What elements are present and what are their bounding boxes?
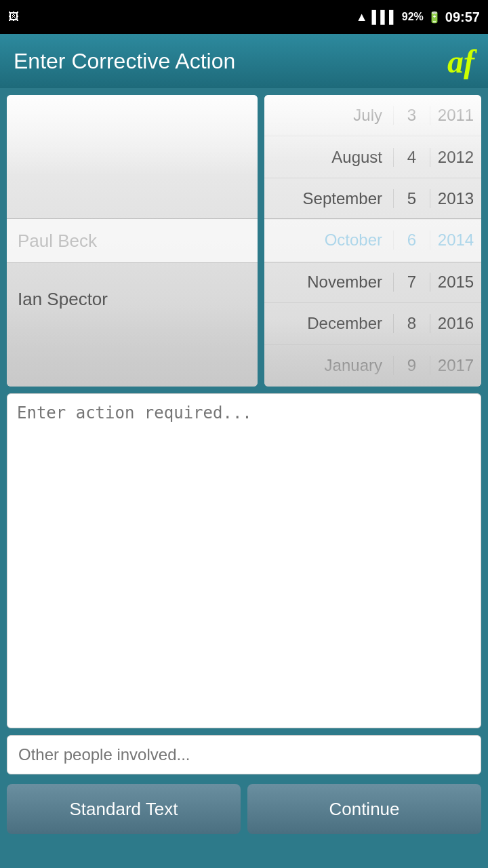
battery-level: 92% (402, 11, 424, 23)
image-icon: 🖼 (8, 11, 19, 23)
picker-row: Paul Beck Ian Spector July32011August420… (7, 95, 481, 387)
date-picker[interactable]: July32011August42012September52013Octobe… (264, 95, 481, 387)
date-day-6: 9 (393, 356, 430, 375)
main-content: Paul Beck Ian Spector July32011August420… (0, 88, 488, 841)
person-picker[interactable]: Paul Beck Ian Spector (7, 95, 258, 387)
person-item-blank3 (18, 328, 247, 387)
header: Enter Corrective Action af (0, 34, 488, 88)
status-bar: 🖼 ▲ ▌▌▌ 92% 🔋 09:57 (0, 0, 488, 34)
date-year-1: 2012 (430, 148, 481, 167)
status-bar-left: 🖼 (8, 11, 19, 23)
date-row-july[interactable]: July32011 (264, 95, 481, 136)
date-row-january[interactable]: January92017 (264, 345, 481, 387)
date-day-2: 5 (393, 189, 430, 208)
date-year-4: 2015 (430, 273, 481, 292)
app-logo: af (447, 43, 474, 80)
date-month-january: January (264, 356, 393, 375)
continue-button[interactable]: Continue (247, 784, 481, 834)
other-people-container (7, 735, 481, 774)
status-bar-right: ▲ ▌▌▌ 92% 🔋 09:57 (356, 9, 480, 25)
wifi-icon: ▲ (356, 10, 368, 24)
date-month-december: December (264, 314, 393, 333)
page-title: Enter Corrective Action (14, 49, 235, 74)
action-textarea[interactable] (17, 403, 471, 715)
date-day-1: 4 (393, 148, 430, 167)
date-day-5: 8 (393, 314, 430, 333)
date-year-6: 2017 (430, 356, 481, 375)
date-picker-selected-highlight (264, 218, 481, 263)
date-day-0: 3 (393, 106, 430, 125)
date-row-august[interactable]: August42012 (264, 136, 481, 178)
other-people-input[interactable] (18, 745, 470, 764)
date-day-4: 7 (393, 273, 430, 292)
battery-icon: 🔋 (428, 11, 441, 24)
person-picker-selected-highlight (7, 218, 258, 263)
date-row-september[interactable]: September52013 (264, 178, 481, 220)
date-year-0: 2011 (430, 106, 481, 125)
date-month-september: September (264, 189, 393, 208)
date-row-december[interactable]: December82016 (264, 303, 481, 344)
standard-text-button[interactable]: Standard Text (7, 784, 241, 834)
person-item-blank1 (18, 95, 247, 153)
signal-icon: ▌▌▌ (372, 10, 398, 24)
date-row-november[interactable]: November72015 (264, 262, 481, 303)
bottom-buttons: Standard Text Continue (7, 784, 481, 834)
date-year-2: 2013 (430, 189, 481, 208)
date-month-november: November (264, 273, 393, 292)
action-textarea-container (7, 393, 481, 728)
date-month-july: July (264, 106, 393, 125)
date-month-august: August (264, 148, 393, 167)
clock: 09:57 (445, 9, 480, 25)
person-item-ian-spector[interactable]: Ian Spector (18, 270, 247, 328)
person-item-blank2 (18, 153, 247, 212)
date-year-5: 2016 (430, 314, 481, 333)
